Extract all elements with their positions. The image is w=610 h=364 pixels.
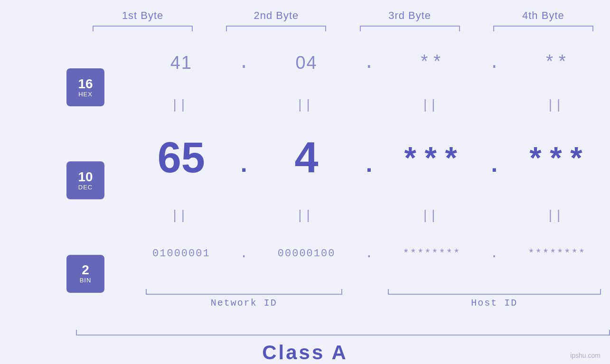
dec-badge-num: 10	[78, 170, 93, 184]
hex-dot1: .	[235, 53, 253, 73]
bin-byte1: 01000001	[128, 248, 235, 260]
bin-badge: 2 BIN	[66, 255, 104, 293]
byte4-header: 4th Byte	[477, 9, 610, 22]
hex-badge-num: 16	[78, 77, 93, 91]
equals-4: ||	[504, 97, 610, 112]
bracket-spacer-dot	[360, 289, 379, 308]
bracket-line-4	[493, 26, 593, 31]
badges-column: 16 HEX 10 DEC 2 BIN	[66, 41, 128, 320]
equals-3: ||	[379, 97, 485, 112]
dec-badge-label: DEC	[78, 184, 93, 191]
main-container: 1st Byte 2nd Byte 3rd Byte 4th Byte 16 H…	[0, 0, 610, 364]
bin-dot1: .	[235, 246, 253, 261]
bin-byte2: 00000100	[253, 248, 360, 260]
bin-row: 01000001 . 00000100 . ******** .	[128, 246, 610, 261]
equals-row-1: || || || ||	[128, 97, 610, 112]
network-id-label: Network ID	[211, 298, 277, 308]
equals-8: ||	[504, 207, 610, 223]
hex-badge-label: HEX	[78, 91, 93, 98]
watermark: ipshu.com	[570, 352, 601, 359]
network-id-section: Network ID	[128, 289, 360, 308]
dec-byte4: ***	[504, 144, 610, 179]
hex-dot3: .	[485, 53, 504, 73]
bracket-byte2	[209, 26, 343, 31]
dec-byte3: ***	[379, 144, 485, 179]
hex-byte2: 04	[253, 53, 360, 73]
equals-row-2: || || || ||	[128, 207, 610, 223]
class-label: Class A	[262, 341, 348, 364]
hex-byte4: **	[504, 53, 610, 73]
class-bracket-line	[76, 330, 610, 336]
hex-badge: 16 HEX	[66, 68, 104, 106]
host-id-label: Host ID	[471, 298, 517, 308]
hex-dot2: .	[360, 53, 379, 73]
equals-7: ||	[379, 207, 485, 223]
equals-2: ||	[253, 97, 360, 112]
bracket-line-3	[360, 26, 460, 31]
byte3-header: 3rd Byte	[343, 9, 477, 22]
bracket-byte3	[343, 26, 477, 31]
hex-row: 41 . 04 . ** . **	[128, 53, 610, 73]
byte2-header: 2nd Byte	[209, 9, 343, 22]
hex-byte1: 41	[128, 53, 235, 73]
id-brackets-row: Network ID Host ID	[128, 289, 610, 308]
hex-byte3: **	[379, 53, 485, 73]
bracket-byte4	[477, 26, 610, 31]
top-brackets	[0, 26, 610, 31]
bracket-line-2	[226, 26, 326, 31]
bin-badge-label: BIN	[80, 277, 92, 284]
dec-dot2: .	[360, 152, 379, 179]
bin-byte4: ********	[504, 248, 610, 260]
dec-badge: 10 DEC	[66, 161, 104, 199]
rows-area: 41 . 04 . ** . **	[128, 41, 610, 320]
content-area: 16 HEX 10 DEC 2 BIN 41 .	[0, 41, 610, 320]
bracket-line-1	[93, 26, 193, 31]
byte-headers: 1st Byte 2nd Byte 3rd Byte 4th Byte	[0, 9, 610, 22]
dec-dot1: .	[235, 152, 253, 179]
host-id-bracket-line	[388, 289, 601, 295]
bracket-byte1	[76, 26, 209, 31]
dec-byte1: 65	[128, 136, 235, 179]
equals-6: ||	[253, 207, 360, 223]
bin-byte3: ********	[379, 248, 485, 260]
byte1-header: 1st Byte	[76, 9, 209, 22]
host-id-section: Host ID	[379, 289, 610, 308]
equals-1: ||	[128, 97, 235, 112]
dec-byte2: 4	[253, 136, 360, 179]
bin-dot2: .	[360, 246, 379, 261]
class-row: Class A	[0, 341, 610, 364]
network-id-bracket-line	[146, 289, 342, 295]
equals-5: ||	[128, 207, 235, 223]
bin-badge-num: 2	[82, 263, 89, 277]
dec-row: 65 . 4 . *** . ***	[128, 136, 610, 184]
bin-dot3: .	[485, 246, 504, 261]
dec-dot3: .	[485, 152, 504, 179]
